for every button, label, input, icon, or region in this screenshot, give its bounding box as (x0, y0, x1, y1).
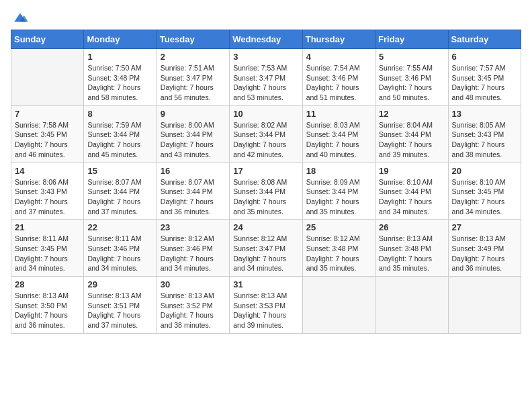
day-number: 17 (233, 166, 298, 176)
calendar-cell: 2Sunrise: 7:51 AMSunset: 3:47 PMDaylight… (157, 49, 229, 106)
day-info: Sunrise: 8:11 AMSunset: 3:45 PMDaylight:… (15, 234, 80, 273)
day-number: 8 (87, 109, 152, 119)
day-info: Sunrise: 8:13 AMSunset: 3:48 PMDaylight:… (379, 234, 444, 273)
day-number: 29 (87, 279, 152, 289)
day-number: 22 (87, 222, 152, 232)
day-number: 30 (161, 279, 226, 289)
day-info: Sunrise: 8:07 AMSunset: 3:44 PMDaylight:… (87, 177, 152, 217)
calendar-cell: 25Sunrise: 8:12 AMSunset: 3:48 PMDayligh… (302, 220, 375, 277)
day-info: Sunrise: 7:53 AMSunset: 3:47 PMDaylight:… (233, 63, 298, 103)
day-number: 27 (452, 222, 517, 232)
day-number: 31 (233, 279, 298, 289)
calendar-week-3: 14Sunrise: 8:06 AMSunset: 3:43 PMDayligh… (11, 163, 521, 220)
day-number: 15 (87, 166, 152, 176)
day-info: Sunrise: 8:02 AMSunset: 3:44 PMDaylight:… (233, 120, 298, 160)
day-info: Sunrise: 8:12 AMSunset: 3:46 PMDaylight:… (161, 234, 226, 273)
day-number: 4 (306, 52, 371, 62)
day-number: 2 (161, 52, 226, 62)
day-number: 21 (15, 222, 80, 232)
calendar-week-1: 1Sunrise: 7:50 AMSunset: 3:48 PMDaylight… (11, 49, 521, 106)
day-info: Sunrise: 8:05 AMSunset: 3:43 PMDaylight:… (452, 120, 517, 160)
calendar-cell: 11Sunrise: 8:03 AMSunset: 3:44 PMDayligh… (302, 105, 375, 163)
calendar-cell: 1Sunrise: 7:50 AMSunset: 3:48 PMDaylight… (84, 49, 157, 106)
day-number: 13 (452, 109, 517, 119)
calendar-cell: 20Sunrise: 8:10 AMSunset: 3:45 PMDayligh… (448, 163, 521, 220)
day-number: 1 (87, 52, 152, 62)
calendar-cell (375, 277, 448, 334)
day-info: Sunrise: 8:13 AMSunset: 3:50 PMDaylight:… (15, 291, 80, 330)
logo (11, 11, 28, 24)
day-info: Sunrise: 7:58 AMSunset: 3:45 PMDaylight:… (15, 120, 80, 160)
day-header-friday: Friday (375, 30, 448, 49)
day-number: 25 (306, 222, 371, 232)
day-info: Sunrise: 7:50 AMSunset: 3:48 PMDaylight:… (87, 63, 152, 103)
day-info: Sunrise: 8:03 AMSunset: 3:44 PMDaylight:… (306, 120, 371, 160)
day-number: 28 (15, 279, 80, 289)
calendar-cell: 27Sunrise: 8:13 AMSunset: 3:49 PMDayligh… (448, 220, 521, 277)
day-number: 6 (452, 52, 517, 62)
days-header-row: SundayMondayTuesdayWednesdayThursdayFrid… (11, 30, 521, 49)
calendar-cell: 5Sunrise: 7:55 AMSunset: 3:46 PMDaylight… (375, 49, 448, 106)
day-header-tuesday: Tuesday (157, 30, 229, 49)
day-number: 23 (161, 222, 226, 232)
day-info: Sunrise: 8:13 AMSunset: 3:49 PMDaylight:… (452, 234, 517, 273)
day-number: 9 (161, 109, 226, 119)
day-number: 7 (15, 109, 80, 119)
day-number: 19 (379, 166, 444, 176)
day-info: Sunrise: 7:55 AMSunset: 3:46 PMDaylight:… (379, 63, 444, 103)
day-number: 16 (161, 166, 226, 176)
calendar-cell: 26Sunrise: 8:13 AMSunset: 3:48 PMDayligh… (375, 220, 448, 277)
day-info: Sunrise: 8:09 AMSunset: 3:44 PMDaylight:… (306, 177, 371, 217)
calendar-week-2: 7Sunrise: 7:58 AMSunset: 3:45 PMDaylight… (11, 105, 521, 163)
day-info: Sunrise: 8:06 AMSunset: 3:43 PMDaylight:… (15, 177, 80, 217)
calendar-cell: 4Sunrise: 7:54 AMSunset: 3:46 PMDaylight… (302, 49, 375, 106)
calendar-cell: 19Sunrise: 8:10 AMSunset: 3:44 PMDayligh… (375, 163, 448, 220)
day-number: 18 (306, 166, 371, 176)
calendar-cell: 12Sunrise: 8:04 AMSunset: 3:44 PMDayligh… (375, 105, 448, 163)
day-number: 12 (379, 109, 444, 119)
calendar-cell (302, 277, 375, 334)
calendar-cell (448, 277, 521, 334)
day-number: 11 (306, 109, 371, 119)
calendar-cell: 29Sunrise: 8:13 AMSunset: 3:51 PMDayligh… (84, 277, 157, 334)
day-header-saturday: Saturday (448, 30, 521, 49)
day-number: 20 (452, 166, 517, 176)
calendar-cell: 10Sunrise: 8:02 AMSunset: 3:44 PMDayligh… (230, 105, 302, 163)
day-info: Sunrise: 7:51 AMSunset: 3:47 PMDaylight:… (161, 63, 226, 103)
day-info: Sunrise: 8:13 AMSunset: 3:53 PMDaylight:… (233, 291, 298, 330)
calendar-cell: 17Sunrise: 8:08 AMSunset: 3:44 PMDayligh… (230, 163, 302, 220)
day-info: Sunrise: 8:11 AMSunset: 3:46 PMDaylight:… (87, 234, 152, 273)
day-number: 14 (15, 166, 80, 176)
calendar-cell: 28Sunrise: 8:13 AMSunset: 3:50 PMDayligh… (11, 277, 84, 334)
calendar-cell: 18Sunrise: 8:09 AMSunset: 3:44 PMDayligh… (302, 163, 375, 220)
day-number: 26 (379, 222, 444, 232)
calendar-week-5: 28Sunrise: 8:13 AMSunset: 3:50 PMDayligh… (11, 277, 521, 334)
calendar-cell: 16Sunrise: 8:07 AMSunset: 3:44 PMDayligh… (157, 163, 229, 220)
calendar-cell: 22Sunrise: 8:11 AMSunset: 3:46 PMDayligh… (84, 220, 157, 277)
logo-icon (12, 11, 28, 24)
calendar-cell: 15Sunrise: 8:07 AMSunset: 3:44 PMDayligh… (84, 163, 157, 220)
calendar-cell: 6Sunrise: 7:57 AMSunset: 3:45 PMDaylight… (448, 49, 521, 106)
day-header-monday: Monday (84, 30, 157, 49)
day-header-wednesday: Wednesday (230, 30, 302, 49)
day-info: Sunrise: 8:04 AMSunset: 3:44 PMDaylight:… (379, 120, 444, 160)
calendar-cell: 3Sunrise: 7:53 AMSunset: 3:47 PMDaylight… (230, 49, 302, 106)
day-info: Sunrise: 7:57 AMSunset: 3:45 PMDaylight:… (452, 63, 517, 103)
day-info: Sunrise: 8:13 AMSunset: 3:52 PMDaylight:… (161, 291, 226, 330)
calendar-cell: 30Sunrise: 8:13 AMSunset: 3:52 PMDayligh… (157, 277, 229, 334)
calendar-cell: 8Sunrise: 7:59 AMSunset: 3:44 PMDaylight… (84, 105, 157, 163)
day-info: Sunrise: 8:08 AMSunset: 3:44 PMDaylight:… (233, 177, 298, 217)
calendar-week-4: 21Sunrise: 8:11 AMSunset: 3:45 PMDayligh… (11, 220, 521, 277)
day-info: Sunrise: 8:07 AMSunset: 3:44 PMDaylight:… (161, 177, 226, 217)
day-info: Sunrise: 8:10 AMSunset: 3:45 PMDaylight:… (452, 177, 517, 217)
calendar-cell: 13Sunrise: 8:05 AMSunset: 3:43 PMDayligh… (448, 105, 521, 163)
calendar-cell: 24Sunrise: 8:12 AMSunset: 3:47 PMDayligh… (230, 220, 302, 277)
calendar-cell (11, 49, 84, 106)
day-number: 3 (233, 52, 298, 62)
calendar-cell: 7Sunrise: 7:58 AMSunset: 3:45 PMDaylight… (11, 105, 84, 163)
calendar-cell: 9Sunrise: 8:00 AMSunset: 3:44 PMDaylight… (157, 105, 229, 163)
day-number: 24 (233, 222, 298, 232)
calendar-cell: 31Sunrise: 8:13 AMSunset: 3:53 PMDayligh… (230, 277, 302, 334)
day-number: 5 (379, 52, 444, 62)
day-info: Sunrise: 8:00 AMSunset: 3:44 PMDaylight:… (161, 120, 226, 160)
